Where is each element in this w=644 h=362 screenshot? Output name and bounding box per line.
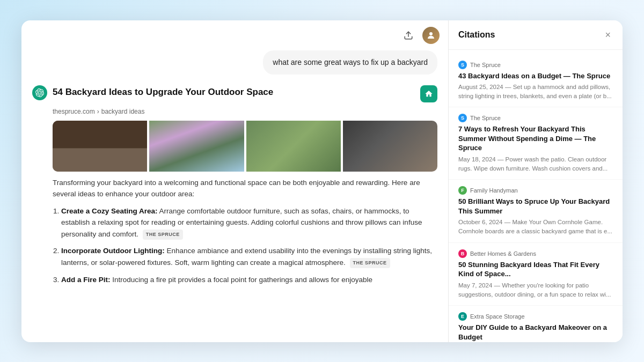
list-item-3-bold: Add a Fire Pit: — [61, 276, 111, 284]
citation-item-4[interactable]: B Better Homes & Gardens 50 Stunning Bac… — [449, 243, 623, 306]
upload-button[interactable] — [400, 27, 417, 44]
backyard-image-3 — [246, 121, 341, 172]
user-message: what are some great ways to fix up a bac… — [263, 50, 437, 75]
main-container: what are some great ways to fix up a bac… — [21, 20, 623, 342]
ai-header: 54 Backyard Ideas to Upgrade Your Outdoo… — [32, 85, 437, 102]
list-item-2-tag: THE SPRUCE — [350, 258, 390, 268]
backyard-image-1 — [53, 121, 147, 172]
chatgpt-icon — [32, 85, 47, 100]
list-item-2-bold: Incorporate Outdoor Lighting: — [61, 247, 165, 255]
source-link[interactable]: thespruce.com › backyard ideas — [53, 108, 437, 115]
citation-title-5: Your DIY Guide to a Backyard Makeover on… — [458, 323, 613, 342]
backyard-image-4 — [343, 121, 437, 172]
citation-snippet-1: August 25, 2024 — Set up a hammock and a… — [458, 83, 613, 100]
ai-response: 54 Backyard Ideas to Upgrade Your Outdoo… — [32, 85, 437, 291]
citations-list: S The Spruce 43 Backyard Ideas on a Budg… — [449, 50, 623, 342]
backyard-image-2 — [149, 121, 244, 172]
source-name-2: The Spruce — [470, 115, 501, 121]
list-item: Add a Fire Pit: Introducing a fire pit p… — [61, 274, 437, 286]
list-item: Create a Cozy Seating Area: Arrange comf… — [61, 205, 437, 240]
source-arrow: › — [97, 108, 99, 115]
ai-logo-title: 54 Backyard Ideas to Upgrade Your Outdoo… — [32, 85, 273, 100]
citation-source-4: B Better Homes & Gardens — [458, 249, 613, 258]
citations-header: Citations × — [449, 20, 623, 50]
home-icon-button[interactable] — [420, 85, 437, 102]
source-favicon-4: B — [458, 249, 467, 258]
citations-panel: Citations × S The Spruce 43 Backyard Ide… — [448, 20, 623, 342]
top-bar — [21, 20, 448, 50]
citation-item-1[interactable]: S The Spruce 43 Backyard Ideas on a Budg… — [449, 54, 623, 108]
source-name-5: Extra Space Storage — [470, 313, 525, 320]
citation-source-5: E Extra Space Storage — [458, 312, 613, 321]
source-name-4: Better Homes & Gardens — [470, 250, 536, 257]
source-favicon-1: S — [458, 61, 467, 69]
source-domain: thespruce.com — [53, 108, 95, 115]
citation-source-2: S The Spruce — [458, 114, 613, 122]
citation-title-3: 50 Brilliant Ways to Spruce Up Your Back… — [458, 197, 613, 216]
list-item: Incorporate Outdoor Lighting: Enhance am… — [61, 245, 437, 268]
citation-title-2: 7 Ways to Refresh Your Backyard This Sum… — [458, 124, 613, 153]
chat-content: what are some great ways to fix up a bac… — [21, 50, 448, 342]
list-item-1-bold: Create a Cozy Seating Area: — [61, 207, 158, 215]
avatar[interactable] — [422, 27, 440, 44]
response-intro: Transforming your backyard into a welcom… — [53, 177, 437, 200]
user-message-text: what are some great ways to fix up a bac… — [273, 58, 428, 67]
source-favicon-3: F — [458, 186, 467, 195]
source-name-3: Family Handyman — [470, 187, 518, 194]
close-citations-button[interactable]: × — [603, 29, 613, 41]
source-path: backyard ideas — [101, 108, 145, 115]
citation-source-1: S The Spruce — [458, 61, 613, 69]
svg-point-1 — [429, 32, 433, 35]
source-favicon-5: E — [458, 312, 467, 321]
citations-title: Citations — [458, 30, 495, 40]
response-list: Create a Cozy Seating Area: Arrange comf… — [53, 205, 437, 291]
citation-item-2[interactable]: S The Spruce 7 Ways to Refresh Your Back… — [449, 107, 623, 180]
citation-item-5[interactable]: E Extra Space Storage Your DIY Guide to … — [449, 306, 623, 342]
response-title: 54 Backyard Ideas to Upgrade Your Outdoo… — [53, 86, 273, 98]
citation-source-3: F Family Handyman — [458, 186, 613, 195]
source-favicon-2: S — [458, 114, 467, 122]
source-name-1: The Spruce — [470, 62, 501, 68]
citation-title-4: 50 Stunning Backyard Ideas That Fit Ever… — [458, 260, 613, 279]
left-panel: what are some great ways to fix up a bac… — [21, 20, 448, 342]
citation-item-3[interactable]: F Family Handyman 50 Brilliant Ways to S… — [449, 180, 623, 242]
citation-snippet-4: May 7, 2024 — Whether you're looking for… — [458, 281, 613, 299]
list-item-3-text: Introducing a fire pit provides a focal … — [112, 276, 372, 284]
citation-title-1: 43 Backyard Ideas on a Budget — The Spru… — [458, 71, 613, 81]
user-message-wrap: what are some great ways to fix up a bac… — [32, 50, 437, 75]
list-item-1-tag: THE SPRUCE — [143, 230, 183, 239]
image-grid — [53, 121, 437, 172]
citation-snippet-3: October 6, 2024 — Make Your Own Cornhole… — [458, 218, 613, 235]
citation-snippet-2: May 18, 2024 — Power wash the patio. Cle… — [458, 155, 613, 173]
